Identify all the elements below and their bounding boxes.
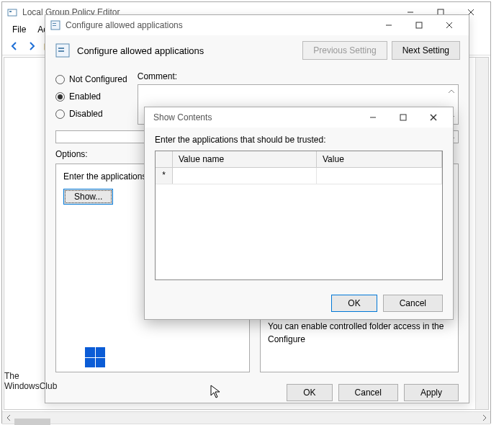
menu-file[interactable]: File (6, 23, 32, 36)
cell-value-name[interactable] (173, 168, 317, 184)
chevron-up-icon[interactable] (446, 86, 456, 97)
app-icon (6, 6, 18, 18)
dialog-header-title: Configure allowed applications (77, 45, 298, 56)
show-contents-dialog: Show Contents Enter the applications tha… (144, 107, 454, 320)
column-header-value[interactable]: Value (317, 151, 442, 167)
column-header-name[interactable]: Value name (173, 151, 317, 167)
modal-button-bar: OK Cancel (145, 287, 453, 319)
modal-title: Show Contents (149, 112, 358, 122)
scroll-thumb[interactable] (14, 419, 50, 425)
policy-icon (50, 19, 61, 31)
dialog-title: Configure allowed applications (66, 20, 374, 30)
svg-rect-11 (416, 22, 422, 28)
svg-rect-9 (53, 25, 56, 26)
radio-label: Disabled (69, 109, 103, 119)
svg-rect-8 (53, 23, 56, 24)
cell-value[interactable] (317, 168, 442, 184)
dialog-header-icon (54, 42, 71, 59)
radio-label: Not Configured (69, 74, 127, 84)
horizontal-scrollbar[interactable] (2, 411, 490, 424)
show-button[interactable]: Show... (63, 189, 113, 205)
svg-rect-18 (400, 115, 406, 120)
modal-titlebar[interactable]: Show Contents (145, 107, 453, 128)
radio-label: Enabled (69, 91, 101, 102)
comment-label: Comment: (138, 71, 459, 81)
scroll-left-icon[interactable] (2, 412, 14, 424)
modal-maximize-button[interactable] (388, 108, 418, 127)
dialog-close-button[interactable] (434, 16, 464, 35)
next-setting-button[interactable]: Next Setting (392, 41, 460, 60)
grid-corner (156, 151, 173, 167)
values-grid[interactable]: Value name Value * (155, 151, 443, 280)
right-gutter (475, 58, 488, 409)
modal-instruction: Enter the applications that should be tr… (155, 135, 443, 145)
cancel-button[interactable]: Cancel (338, 384, 398, 401)
row-marker: * (156, 168, 173, 184)
dialog-header: Configure allowed applications Previous … (45, 35, 469, 66)
back-icon[interactable] (6, 38, 22, 54)
previous-setting-button: Previous Setting (302, 41, 387, 60)
scroll-right-icon[interactable] (478, 412, 490, 424)
radio-not-configured[interactable]: Not Configured (55, 74, 127, 84)
ok-button[interactable]: OK (287, 384, 332, 401)
modal-ok-button[interactable]: OK (331, 295, 377, 312)
modal-cancel-button[interactable]: Cancel (383, 295, 443, 312)
options-label: Options: (55, 149, 88, 159)
svg-rect-1 (9, 11, 12, 12)
dialog-minimize-button[interactable] (374, 16, 404, 35)
modal-close-button[interactable] (418, 108, 449, 127)
dialog-button-bar: OK Cancel Apply (45, 377, 469, 408)
dialog-maximize-button[interactable] (404, 16, 434, 35)
radio-enabled[interactable]: Enabled (55, 91, 127, 102)
grid-new-row[interactable]: * (156, 168, 442, 184)
apply-button[interactable]: Apply (404, 384, 459, 401)
svg-rect-15 (58, 48, 64, 49)
radio-disabled[interactable]: Disabled (55, 109, 127, 119)
state-radio-group: Not Configured Enabled Disabled (55, 71, 127, 125)
dialog-titlebar[interactable]: Configure allowed applications (45, 15, 469, 35)
forward-icon[interactable] (24, 38, 40, 54)
svg-rect-16 (58, 50, 64, 52)
modal-minimize-button[interactable] (358, 108, 388, 127)
svg-rect-0 (8, 9, 17, 16)
